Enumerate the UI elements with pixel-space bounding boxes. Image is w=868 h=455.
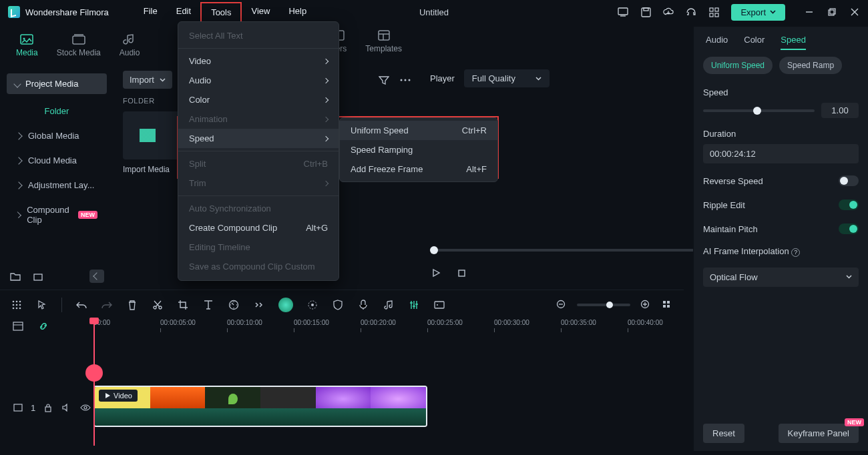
rp-tab-speed[interactable]: Speed	[781, 35, 806, 50]
sub-speed-ramping[interactable]: Speed Ramping	[340, 140, 497, 159]
menu-help[interactable]: Help	[279, 2, 316, 23]
menu-edit[interactable]: Edit	[167, 2, 200, 23]
grid-icon[interactable]	[708, 7, 719, 17]
duration-input[interactable]: 00:00:24:12	[703, 144, 859, 163]
titlebar-right: Export	[618, 4, 860, 21]
shield-icon[interactable]	[332, 299, 344, 311]
info-icon[interactable]: ?	[791, 248, 800, 257]
reset-button[interactable]: Reset	[703, 424, 744, 443]
export-button[interactable]: Export	[731, 4, 785, 21]
close-icon[interactable]	[849, 7, 860, 17]
svg-rect-15	[379, 31, 389, 40]
marker-icon[interactable]	[433, 299, 445, 311]
new-folder-icon[interactable]	[9, 270, 21, 282]
text-icon[interactable]	[202, 299, 214, 311]
effects-icon[interactable]	[306, 299, 318, 311]
sidebar-global-media[interactable]: Global Media	[7, 124, 107, 147]
stop-icon[interactable]	[455, 267, 467, 279]
apps-icon[interactable]	[11, 299, 23, 311]
ai-interp-select[interactable]: Optical Flow	[703, 268, 859, 287]
track-visibility-icon[interactable]	[79, 402, 91, 414]
menu-tools[interactable]: Tools	[200, 2, 242, 23]
overflow-icon[interactable]	[253, 299, 265, 311]
tab-templates[interactable]: Templates	[356, 24, 411, 59]
dd-speed[interactable]: Speed	[178, 129, 339, 148]
maximize-icon[interactable]	[827, 7, 837, 17]
pointer-icon[interactable]	[36, 299, 48, 311]
play-icon[interactable]	[430, 267, 442, 279]
timeline-layout-icon[interactable]	[12, 320, 24, 332]
music-icon[interactable]	[383, 299, 395, 311]
sub-uniform-speed[interactable]: Uniform SpeedCtrl+R	[340, 121, 497, 140]
speed-tool-icon[interactable]	[228, 299, 240, 311]
mode-uniform-speed[interactable]: Uniform Speed	[703, 57, 773, 74]
dd-color[interactable]: Color	[178, 90, 339, 109]
bin-icon[interactable]	[32, 270, 44, 282]
device-icon[interactable]	[618, 7, 628, 17]
undo-icon[interactable]	[75, 299, 87, 311]
track-number: 1	[31, 403, 35, 413]
redo-icon[interactable]	[101, 299, 113, 311]
svg-point-32	[13, 304, 15, 306]
speed-slider[interactable]	[703, 109, 815, 112]
track-mute-icon[interactable]	[61, 402, 73, 414]
video-track-clip[interactable]: Video	[93, 386, 427, 427]
delete-icon[interactable]	[126, 299, 138, 311]
scissors-icon[interactable]	[152, 299, 164, 311]
sidebar-compound-clip[interactable]: Compound ClipNEW	[7, 198, 107, 232]
svg-point-21	[409, 79, 411, 81]
duration-label: Duration	[703, 129, 859, 139]
cloud-icon[interactable]	[663, 7, 674, 17]
mic-icon[interactable]	[357, 299, 369, 311]
track-lock-icon[interactable]	[42, 402, 54, 414]
reverse-speed-toggle[interactable]	[839, 175, 859, 186]
maintain-pitch-toggle[interactable]	[839, 223, 859, 234]
track-video-icon[interactable]	[12, 402, 24, 414]
zoom-in-icon[interactable]	[640, 299, 652, 311]
clip-thumb	[316, 387, 371, 411]
zoom-out-icon[interactable]	[556, 299, 568, 311]
new-badge-kf: NEW	[845, 418, 864, 426]
crop-icon[interactable]	[177, 299, 189, 311]
preview-scrubber[interactable]	[430, 249, 734, 252]
left-sidebar: Project Media Folder Global Media Cloud …	[0, 63, 114, 290]
zoom-slider[interactable]	[577, 304, 630, 306]
import-dropdown[interactable]: Import	[123, 71, 172, 89]
svg-rect-7	[715, 13, 718, 17]
svg-point-30	[16, 300, 18, 302]
menu-view[interactable]: View	[242, 2, 279, 23]
mixer-icon[interactable]	[408, 299, 420, 311]
tab-media[interactable]: Media	[7, 28, 47, 63]
dd-audio[interactable]: Audio	[178, 71, 339, 90]
rp-tab-audio[interactable]: Audio	[706, 35, 728, 50]
filter-icon[interactable]	[378, 74, 390, 86]
mode-speed-ramping[interactable]: Speed Ramp	[779, 57, 842, 74]
playhead[interactable]	[93, 319, 95, 446]
collapse-sidebar-button[interactable]	[89, 270, 104, 283]
headset-icon[interactable]	[686, 7, 696, 17]
dd-video[interactable]: Video	[178, 51, 339, 71]
view-options-icon[interactable]	[661, 299, 673, 311]
tab-stock-media[interactable]: Stock Media	[47, 28, 110, 63]
sub-add-freeze-frame[interactable]: Add Freeze FrameAlt+F	[340, 159, 497, 179]
rp-tab-color[interactable]: Color	[744, 35, 765, 50]
svg-rect-50	[663, 305, 666, 308]
timeline-ruler[interactable]: 00:00 00:00:05:00 00:00:10:00 00:00:15:0…	[0, 319, 684, 338]
ai-orb-icon[interactable]	[278, 298, 293, 312]
clip-thumb	[260, 387, 316, 411]
dd-create-compound[interactable]: Create Compound ClipAlt+G	[178, 218, 339, 238]
link-icon[interactable]	[37, 320, 49, 332]
quality-dropdown[interactable]: Full Quality	[464, 69, 550, 87]
speed-value[interactable]: 1.00	[821, 103, 859, 118]
more-icon[interactable]	[399, 74, 411, 86]
sidebar-cloud-media[interactable]: Cloud Media	[7, 149, 107, 172]
project-media-button[interactable]: Project Media	[7, 73, 107, 94]
keyframe-panel-button[interactable]: Keyframe PanelNEW	[779, 424, 859, 443]
menu-file[interactable]: File	[134, 2, 167, 23]
minimize-icon[interactable]	[804, 7, 815, 17]
sidebar-adjustment-layer[interactable]: Adjustment Lay...	[7, 173, 107, 197]
ripple-edit-toggle[interactable]	[839, 199, 859, 210]
tab-audio[interactable]: Audio	[110, 28, 150, 63]
save-icon[interactable]	[640, 7, 651, 17]
timeline[interactable]: 1 Video	[0, 338, 684, 444]
